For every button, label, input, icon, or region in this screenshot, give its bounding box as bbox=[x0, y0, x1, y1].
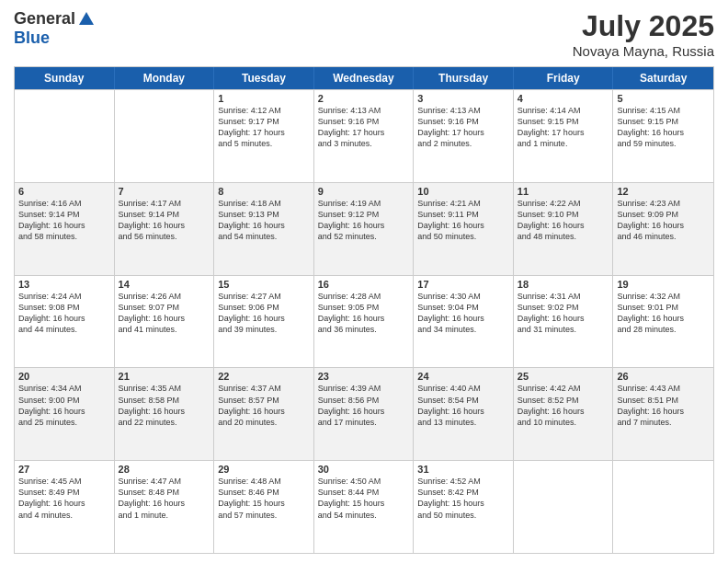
day-info: Sunrise: 4:34 AM Sunset: 9:00 PM Dayligh… bbox=[18, 384, 85, 426]
day-info: Sunrise: 4:42 AM Sunset: 8:52 PM Dayligh… bbox=[518, 384, 585, 426]
day-number: 18 bbox=[518, 279, 609, 290]
calendar-weekday-tuesday: Tuesday bbox=[214, 67, 314, 89]
day-number: 23 bbox=[318, 371, 410, 382]
day-number: 9 bbox=[318, 186, 410, 197]
title-block: July 2025 Novaya Mayna, Russia bbox=[573, 9, 714, 59]
calendar-cell-day-14: 14Sunrise: 4:26 AM Sunset: 9:07 PM Dayli… bbox=[115, 276, 215, 368]
calendar-cell-day-15: 15Sunrise: 4:27 AM Sunset: 9:06 PM Dayli… bbox=[214, 276, 314, 368]
main-title: July 2025 bbox=[573, 9, 714, 43]
calendar-cell-day-29: 29Sunrise: 4:48 AM Sunset: 8:46 PM Dayli… bbox=[214, 461, 314, 553]
day-info: Sunrise: 4:40 AM Sunset: 8:54 PM Dayligh… bbox=[417, 384, 484, 426]
day-number: 30 bbox=[318, 464, 410, 475]
day-info: Sunrise: 4:22 AM Sunset: 9:10 PM Dayligh… bbox=[518, 199, 585, 241]
calendar: SundayMondayTuesdayWednesdayThursdayFrid… bbox=[14, 66, 714, 554]
calendar-weekday-friday: Friday bbox=[514, 67, 614, 89]
svg-marker-0 bbox=[79, 12, 94, 25]
calendar-cell-day-25: 25Sunrise: 4:42 AM Sunset: 8:52 PM Dayli… bbox=[514, 368, 614, 460]
day-number: 4 bbox=[518, 93, 609, 104]
calendar-weekday-monday: Monday bbox=[115, 67, 215, 89]
day-number: 8 bbox=[218, 186, 310, 197]
day-info: Sunrise: 4:37 AM Sunset: 8:57 PM Dayligh… bbox=[218, 384, 285, 426]
day-info: Sunrise: 4:26 AM Sunset: 9:07 PM Dayligh… bbox=[119, 292, 186, 334]
calendar-cell-day-21: 21Sunrise: 4:35 AM Sunset: 8:58 PM Dayli… bbox=[115, 368, 215, 460]
logo-general-text: General bbox=[14, 9, 75, 29]
day-info: Sunrise: 4:18 AM Sunset: 9:13 PM Dayligh… bbox=[218, 199, 285, 241]
day-info: Sunrise: 4:28 AM Sunset: 9:05 PM Dayligh… bbox=[318, 292, 385, 334]
calendar-header-row: SundayMondayTuesdayWednesdayThursdayFrid… bbox=[15, 67, 713, 89]
calendar-row-5: 27Sunrise: 4:45 AM Sunset: 8:49 PM Dayli… bbox=[15, 460, 713, 553]
day-info: Sunrise: 4:32 AM Sunset: 9:01 PM Dayligh… bbox=[617, 292, 684, 334]
calendar-row-3: 13Sunrise: 4:24 AM Sunset: 9:08 PM Dayli… bbox=[15, 275, 713, 368]
calendar-cell-empty bbox=[613, 461, 713, 553]
calendar-cell-day-16: 16Sunrise: 4:28 AM Sunset: 9:05 PM Dayli… bbox=[314, 276, 415, 368]
calendar-row-2: 6Sunrise: 4:16 AM Sunset: 9:14 PM Daylig… bbox=[15, 182, 713, 275]
day-info: Sunrise: 4:30 AM Sunset: 9:04 PM Dayligh… bbox=[417, 292, 484, 334]
day-info: Sunrise: 4:15 AM Sunset: 9:15 PM Dayligh… bbox=[617, 106, 684, 148]
calendar-cell-day-31: 31Sunrise: 4:52 AM Sunset: 8:42 PM Dayli… bbox=[414, 461, 514, 553]
day-number: 24 bbox=[417, 371, 509, 382]
page: General Blue July 2025 Novaya Mayna, Rus… bbox=[0, 0, 728, 563]
day-number: 3 bbox=[417, 93, 509, 104]
day-number: 11 bbox=[518, 186, 609, 197]
calendar-cell-day-18: 18Sunrise: 4:31 AM Sunset: 9:02 PM Dayli… bbox=[514, 276, 614, 368]
calendar-weekday-saturday: Saturday bbox=[613, 67, 713, 89]
day-number: 12 bbox=[617, 186, 710, 197]
logo-blue-text: Blue bbox=[14, 29, 50, 48]
calendar-weekday-thursday: Thursday bbox=[414, 67, 514, 89]
calendar-cell-day-12: 12Sunrise: 4:23 AM Sunset: 9:09 PM Dayli… bbox=[613, 183, 713, 275]
calendar-row-1: 1Sunrise: 4:12 AM Sunset: 9:17 PM Daylig… bbox=[15, 89, 713, 182]
calendar-cell-day-7: 7Sunrise: 4:17 AM Sunset: 9:14 PM Daylig… bbox=[115, 183, 215, 275]
calendar-row-4: 20Sunrise: 4:34 AM Sunset: 9:00 PM Dayli… bbox=[15, 367, 713, 460]
day-info: Sunrise: 4:24 AM Sunset: 9:08 PM Dayligh… bbox=[18, 292, 85, 334]
day-info: Sunrise: 4:13 AM Sunset: 9:16 PM Dayligh… bbox=[318, 106, 385, 148]
calendar-cell-day-19: 19Sunrise: 4:32 AM Sunset: 9:01 PM Dayli… bbox=[613, 276, 713, 368]
logo: General Blue bbox=[14, 9, 96, 48]
day-info: Sunrise: 4:27 AM Sunset: 9:06 PM Dayligh… bbox=[218, 292, 285, 334]
day-number: 28 bbox=[119, 464, 210, 475]
calendar-cell-day-13: 13Sunrise: 4:24 AM Sunset: 9:08 PM Dayli… bbox=[15, 276, 115, 368]
day-number: 26 bbox=[617, 371, 710, 382]
day-number: 7 bbox=[119, 186, 210, 197]
day-info: Sunrise: 4:17 AM Sunset: 9:14 PM Dayligh… bbox=[119, 199, 186, 241]
day-info: Sunrise: 4:13 AM Sunset: 9:16 PM Dayligh… bbox=[417, 106, 484, 148]
calendar-cell-day-28: 28Sunrise: 4:47 AM Sunset: 8:48 PM Dayli… bbox=[115, 461, 215, 553]
day-number: 2 bbox=[318, 93, 410, 104]
day-number: 16 bbox=[318, 279, 410, 290]
day-info: Sunrise: 4:21 AM Sunset: 9:11 PM Dayligh… bbox=[417, 199, 484, 241]
calendar-weekday-wednesday: Wednesday bbox=[314, 67, 415, 89]
calendar-cell-day-4: 4Sunrise: 4:14 AM Sunset: 9:15 PM Daylig… bbox=[514, 90, 614, 182]
day-info: Sunrise: 4:47 AM Sunset: 8:48 PM Dayligh… bbox=[119, 477, 186, 519]
day-info: Sunrise: 4:39 AM Sunset: 8:56 PM Dayligh… bbox=[318, 384, 385, 426]
calendar-cell-day-23: 23Sunrise: 4:39 AM Sunset: 8:56 PM Dayli… bbox=[314, 368, 415, 460]
day-number: 14 bbox=[119, 279, 210, 290]
calendar-cell-empty bbox=[15, 90, 115, 182]
day-number: 6 bbox=[18, 186, 110, 197]
calendar-cell-day-9: 9Sunrise: 4:19 AM Sunset: 9:12 PM Daylig… bbox=[314, 183, 415, 275]
calendar-cell-day-2: 2Sunrise: 4:13 AM Sunset: 9:16 PM Daylig… bbox=[314, 90, 415, 182]
calendar-cell-day-1: 1Sunrise: 4:12 AM Sunset: 9:17 PM Daylig… bbox=[214, 90, 314, 182]
day-number: 13 bbox=[18, 279, 110, 290]
day-number: 5 bbox=[617, 93, 710, 104]
day-number: 29 bbox=[218, 464, 310, 475]
calendar-cell-day-22: 22Sunrise: 4:37 AM Sunset: 8:57 PM Dayli… bbox=[214, 368, 314, 460]
day-info: Sunrise: 4:43 AM Sunset: 8:51 PM Dayligh… bbox=[617, 384, 684, 426]
calendar-cell-day-20: 20Sunrise: 4:34 AM Sunset: 9:00 PM Dayli… bbox=[15, 368, 115, 460]
calendar-cell-day-24: 24Sunrise: 4:40 AM Sunset: 8:54 PM Dayli… bbox=[414, 368, 514, 460]
day-info: Sunrise: 4:50 AM Sunset: 8:44 PM Dayligh… bbox=[318, 477, 385, 519]
calendar-cell-day-10: 10Sunrise: 4:21 AM Sunset: 9:11 PM Dayli… bbox=[414, 183, 514, 275]
day-number: 10 bbox=[417, 186, 509, 197]
day-number: 19 bbox=[617, 279, 710, 290]
header: General Blue July 2025 Novaya Mayna, Rus… bbox=[14, 9, 714, 59]
day-info: Sunrise: 4:31 AM Sunset: 9:02 PM Dayligh… bbox=[518, 292, 585, 334]
day-info: Sunrise: 4:12 AM Sunset: 9:17 PM Dayligh… bbox=[218, 106, 285, 148]
subtitle: Novaya Mayna, Russia bbox=[573, 43, 714, 59]
calendar-cell-day-17: 17Sunrise: 4:30 AM Sunset: 9:04 PM Dayli… bbox=[414, 276, 514, 368]
day-number: 22 bbox=[218, 371, 310, 382]
day-number: 17 bbox=[417, 279, 509, 290]
calendar-cell-day-6: 6Sunrise: 4:16 AM Sunset: 9:14 PM Daylig… bbox=[15, 183, 115, 275]
day-info: Sunrise: 4:19 AM Sunset: 9:12 PM Dayligh… bbox=[318, 199, 385, 241]
day-info: Sunrise: 4:16 AM Sunset: 9:14 PM Dayligh… bbox=[18, 199, 85, 241]
day-info: Sunrise: 4:35 AM Sunset: 8:58 PM Dayligh… bbox=[119, 384, 186, 426]
calendar-weekday-sunday: Sunday bbox=[15, 67, 115, 89]
calendar-cell-day-3: 3Sunrise: 4:13 AM Sunset: 9:16 PM Daylig… bbox=[414, 90, 514, 182]
